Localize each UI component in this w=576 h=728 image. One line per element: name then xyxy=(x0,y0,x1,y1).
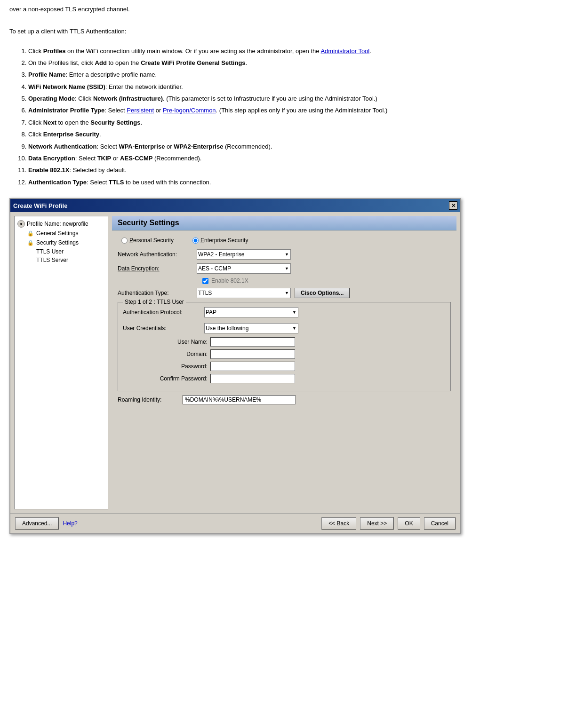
steps-list: Click Profiles on the WiFi connection ut… xyxy=(28,46,567,188)
tree-item-profile-name[interactable]: ● Profile Name: newprofile xyxy=(17,219,105,229)
confirm-password-label: Confirm Password: xyxy=(146,375,208,382)
confirm-password-input[interactable] xyxy=(210,374,295,383)
enterprise-security-label: Enterprise Security xyxy=(200,237,248,244)
tree-item-general-settings[interactable]: 🔒 General Settings xyxy=(17,229,105,238)
step-7: Click Next to open the Security Settings… xyxy=(28,117,567,128)
domain-label: Domain: xyxy=(146,351,208,357)
domain-row: Domain: xyxy=(146,349,446,359)
cancel-button[interactable]: Cancel xyxy=(424,517,456,530)
step-11: Enable 802.1X: Selected by default. xyxy=(28,165,567,175)
network-auth-select-wrapper: WPA2 - Enterprise xyxy=(197,249,291,260)
setup-intro: To set up a client with TTLS Authenticat… xyxy=(9,28,567,35)
user-creds-row: User Credentials: Use the following xyxy=(123,321,446,333)
intro-line1: over a non-exposed TLS encrypted channel… xyxy=(9,5,567,14)
auth-type-label: Authentication Type: xyxy=(118,290,193,296)
password-label: Password: xyxy=(146,363,208,370)
step-2: On the Profiles list, click Add to open … xyxy=(28,57,567,68)
next-button[interactable]: Next >> xyxy=(360,517,394,530)
user-creds-label: User Credentials: xyxy=(123,325,200,332)
network-auth-select[interactable]: WPA2 - Enterprise xyxy=(197,249,291,260)
right-panel: Security Settings Personal Security xyxy=(112,216,456,509)
password-row: Password: xyxy=(146,362,446,371)
step-6: Administrator Profile Type: Select Persi… xyxy=(28,105,567,116)
tree-item-security-settings[interactable]: 🔒 Security Settings xyxy=(17,238,105,247)
lock-icon-security: 🔒 xyxy=(27,239,34,246)
dialog-button-bar: Advanced... Help? << Back Next >> OK Can… xyxy=(10,513,460,533)
prelogon-link[interactable]: Pre-logon/Common xyxy=(163,107,216,114)
tree-general-settings-label: General Settings xyxy=(36,230,78,237)
tree-ttls-server-label: TTLS Server xyxy=(36,257,68,263)
username-label: User Name: xyxy=(146,339,208,345)
ok-button[interactable]: OK xyxy=(398,517,420,530)
step-4: WiFi Network Name (SSID): Enter the netw… xyxy=(28,81,567,92)
tree-profile-name-label: Profile Name: newprofile xyxy=(27,221,88,227)
dialog-title: Create WiFi Profile xyxy=(13,202,67,209)
step-1: Click Profiles on the WiFi connection ut… xyxy=(28,46,567,56)
dialog-body: ● Profile Name: newprofile 🔒 General Set… xyxy=(10,212,460,513)
auth-protocol-select[interactable]: PAP xyxy=(204,307,298,317)
credential-fields: User Name: Domain: Password: xyxy=(123,337,446,383)
dialog-wrapper: Create WiFi Profile ✕ ● Profile Name: ne… xyxy=(9,198,567,534)
network-auth-label: Network Authentication: xyxy=(118,251,193,258)
personal-security-radio[interactable] xyxy=(121,237,128,244)
tree-item-ttls-server[interactable]: TTLS Server xyxy=(17,256,105,264)
enterprise-security-option[interactable]: Enterprise Security xyxy=(192,237,248,244)
profile-icon: ● xyxy=(17,220,25,228)
persistent-link[interactable]: Persistent xyxy=(127,107,154,114)
auth-protocol-label: Authentication Protocol: xyxy=(123,309,200,316)
network-auth-row: Network Authentication: WPA2 - Enterpris… xyxy=(118,249,451,260)
auth-protocol-select-wrapper: PAP xyxy=(204,307,298,317)
form-area: Personal Security Enterprise Security N xyxy=(112,235,456,406)
step-8: Click Enterprise Security. xyxy=(28,129,567,140)
dialog-titlebar: Create WiFi Profile ✕ xyxy=(10,199,460,212)
roaming-identity-label: Roaming Identity: xyxy=(118,396,179,403)
password-input[interactable] xyxy=(210,362,295,371)
create-wifi-profile-dialog: Create WiFi Profile ✕ ● Profile Name: ne… xyxy=(9,198,461,534)
user-creds-select-wrapper: Use the following xyxy=(204,323,298,333)
dialog-close-button[interactable]: ✕ xyxy=(449,201,457,210)
enable-8021x-row: Enable 802.1X xyxy=(118,277,451,284)
back-button[interactable]: << Back xyxy=(321,517,356,530)
data-enc-row: Data Encryption: AES - CCMP xyxy=(118,263,451,274)
security-type-row: Personal Security Enterprise Security xyxy=(118,237,451,244)
data-enc-label: Data Encryption: xyxy=(118,265,193,272)
auth-type-select[interactable]: TTLS xyxy=(197,288,291,298)
user-creds-select[interactable]: Use the following xyxy=(204,323,298,333)
step-3: Profile Name: Enter a descriptive profil… xyxy=(28,69,567,80)
username-input[interactable] xyxy=(210,337,295,347)
username-row: User Name: xyxy=(146,337,446,347)
panel-header: Security Settings xyxy=(112,216,456,230)
enterprise-security-radio[interactable] xyxy=(192,237,199,244)
domain-input[interactable] xyxy=(210,349,295,359)
step-9: Network Authentication: Select WPA-Enter… xyxy=(28,141,567,152)
step-group-legend: Step 1 of 2 : TTLS User xyxy=(123,299,186,305)
tree-ttls-user-label: TTLS User xyxy=(36,248,64,255)
auth-type-select-wrapper: TTLS xyxy=(197,288,291,298)
cisco-options-button[interactable]: Cisco Options... xyxy=(295,288,350,298)
roaming-identity-input[interactable] xyxy=(183,395,296,404)
tree-item-ttls-user[interactable]: TTLS User xyxy=(17,247,105,256)
enable-8021x-label: Enable 802.1X xyxy=(211,277,248,284)
auth-protocol-row: Authentication Protocol: PAP xyxy=(123,305,446,317)
roaming-identity-row: Roaming Identity: xyxy=(118,395,451,404)
tree-security-settings-label: Security Settings xyxy=(36,239,79,246)
personal-security-label: Personal Security xyxy=(129,237,174,244)
confirm-password-row: Confirm Password: xyxy=(146,374,446,383)
step-5: Operating Mode: Click Network (Infrastru… xyxy=(28,93,567,104)
help-button[interactable]: Help? xyxy=(63,520,77,527)
left-tree-panel: ● Profile Name: newprofile 🔒 General Set… xyxy=(14,216,108,509)
lock-icon-general: 🔒 xyxy=(27,229,34,237)
step-12: Authentication Type: Select TTLS to be u… xyxy=(28,177,567,188)
personal-security-option[interactable]: Personal Security xyxy=(121,237,174,244)
step-group: Step 1 of 2 : TTLS User Authentication P… xyxy=(118,302,451,391)
enable-8021x-checkbox[interactable] xyxy=(202,278,208,284)
auth-type-row: Authentication Type: TTLS Cisco Options.… xyxy=(118,288,451,298)
admin-tool-link[interactable]: Administrator Tool xyxy=(320,47,369,55)
advanced-button[interactable]: Advanced... xyxy=(15,517,59,530)
step-10: Data Encryption: Select TKIP or AES-CCMP… xyxy=(28,153,567,164)
data-enc-select[interactable]: AES - CCMP xyxy=(197,263,291,274)
data-enc-select-wrapper: AES - CCMP xyxy=(197,263,291,274)
